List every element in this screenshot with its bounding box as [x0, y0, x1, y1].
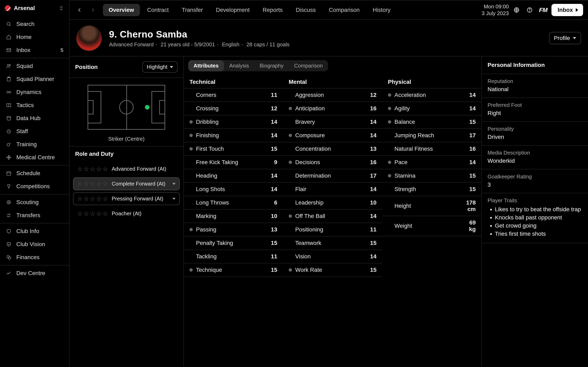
foot-label: Preferred Foot: [488, 102, 582, 108]
sidebar-item-label: Dev Centre: [16, 270, 45, 276]
sidebar-item-squad[interactable]: Squad: [0, 59, 69, 73]
stars-icon: ☆☆☆☆☆: [77, 180, 108, 187]
sidebar-item-training[interactable]: Training: [0, 138, 69, 151]
sidebar-item-schedule[interactable]: Schedule: [0, 167, 69, 180]
role-item[interactable]: ☆☆☆☆☆Complete Forward (At): [73, 177, 180, 190]
sidebar-item-label: Scouting: [16, 199, 39, 206]
pill-attributes[interactable]: Attributes: [188, 60, 224, 71]
attribute-row: First Touch15: [184, 142, 283, 156]
pitch-diagram[interactable]: [87, 85, 165, 130]
tab-transfer[interactable]: Transfer: [176, 4, 208, 16]
sidebar-item-tactics[interactable]: Tactics: [0, 99, 69, 112]
tab-discuss[interactable]: Discuss: [290, 4, 321, 16]
highlight-dropdown[interactable]: Highlight: [142, 61, 178, 73]
attribute-name: Marking: [196, 213, 264, 219]
attribute-name: Penalty Taking: [196, 240, 264, 246]
attribute-value: 15: [363, 267, 376, 273]
attribute-name: Heading: [196, 173, 264, 179]
tab-overview[interactable]: Overview: [103, 4, 140, 16]
attribute-value: 13: [363, 146, 376, 152]
svg-rect-15: [7, 157, 11, 158]
tab-contract[interactable]: Contract: [141, 4, 174, 16]
personality-label: Personality: [488, 126, 582, 132]
svg-rect-16: [7, 172, 11, 175]
reputation-label: Reputation: [488, 78, 582, 84]
sidebar-item-club-vision[interactable]: Club Vision: [0, 238, 69, 251]
attribute-value: 10: [264, 213, 277, 219]
stars-icon: ☆☆☆☆☆: [77, 195, 108, 202]
help-button[interactable]: [524, 5, 535, 15]
sidebar-item-dynamics[interactable]: Dynamics: [0, 86, 69, 99]
attribute-value: 15: [264, 146, 277, 152]
sort-icon[interactable]: [58, 5, 64, 11]
role-label: Advanced Forward (At): [112, 166, 166, 172]
attribute-name: Passing: [196, 226, 264, 233]
trophy-icon: [6, 183, 12, 189]
chevron-down-icon: [573, 37, 576, 39]
attribute-row: Teamwork15: [283, 236, 382, 250]
info-heading: Personal Information: [482, 57, 588, 74]
player-header: 9. Cherno Samba Advanced Forward· 21 yea…: [69, 20, 588, 57]
sidebar-item-medical[interactable]: Medical Centre: [0, 151, 69, 164]
attribute-row: Work Rate15: [283, 263, 382, 277]
brand-row[interactable]: Arsenal: [0, 2, 69, 16]
pill-comparison[interactable]: Comparison: [289, 60, 328, 71]
sidebar-item-home[interactable]: Home: [0, 31, 69, 44]
position-heading: Position: [75, 64, 142, 70]
sidebar-item-club-info[interactable]: Club Info: [0, 225, 69, 238]
profile-dropdown-button[interactable]: Profile: [549, 32, 581, 44]
fm-logo-icon[interactable]: FM: [537, 7, 549, 13]
attribute-name: Concentration: [295, 146, 363, 152]
attribute-row: Passing13: [184, 223, 283, 236]
attribute-value: 15: [463, 173, 476, 179]
role-duty-heading: Role and Duty: [69, 146, 183, 161]
player-nationality: English: [222, 42, 239, 48]
tab-history[interactable]: History: [367, 4, 396, 16]
whistle-icon: [6, 141, 12, 147]
sidebar-item-competitions[interactable]: Competitions: [0, 180, 69, 193]
sidebar-item-staff[interactable]: Staff: [0, 125, 69, 138]
role-item[interactable]: ☆☆☆☆☆Advanced Forward (At): [73, 162, 180, 175]
attribute-row: Corners11: [184, 89, 283, 102]
sidebar-item-dev-centre[interactable]: Dev Centre: [0, 267, 69, 280]
pill-analysis[interactable]: Analysis: [224, 60, 254, 71]
sidebar-item-label: Dynamics: [16, 89, 42, 95]
attribute-name: Jumping Reach: [394, 132, 463, 139]
highlight-dot-icon: [190, 228, 193, 231]
highlight-dot-icon: [190, 147, 193, 150]
svg-point-8: [9, 91, 11, 93]
sidebar-item-search[interactable]: Search: [0, 17, 69, 31]
sidebar-item-inbox[interactable]: Inbox5: [0, 44, 69, 57]
sidebar-item-label: Club Vision: [16, 241, 45, 248]
player-subtitle: Advanced Forward· 21 years old - 5/9/200…: [109, 42, 290, 48]
attribute-name: Teamwork: [295, 240, 363, 246]
world-button[interactable]: [511, 5, 522, 15]
attribute-row: Balance15: [382, 115, 481, 129]
inbox-button[interactable]: Inbox: [552, 4, 583, 16]
pill-biography[interactable]: Biography: [254, 60, 289, 71]
attribute-row: Long Shots14: [184, 183, 283, 196]
attribute-name: Determination: [295, 173, 363, 179]
attributes-panel: Attributes Analysis Biography Comparison…: [184, 57, 482, 367]
main: Overview Contract Transfer Development R…: [69, 0, 588, 367]
role-item[interactable]: ☆☆☆☆☆Pressing Forward (At): [73, 192, 180, 205]
chevron-down-icon: [172, 198, 176, 200]
traits-block: Player Traits Likes to try to beat the o…: [482, 193, 588, 243]
sidebar-item-squad-planner[interactable]: Squad Planner: [0, 73, 69, 86]
sidebar-item-transfers[interactable]: Transfers: [0, 209, 69, 222]
sidebar-item-scouting[interactable]: Scouting: [0, 196, 69, 209]
highlight-dot-icon: [289, 134, 292, 137]
sidebar-item-finances[interactable]: Finances: [0, 251, 69, 264]
attribute-name: Positioning: [295, 226, 363, 233]
sidebar-item-label: Squad: [16, 63, 33, 69]
forward-button[interactable]: [87, 5, 98, 15]
attribute-value: 17: [363, 173, 376, 179]
attribute-name: Vision: [295, 253, 363, 260]
role-item[interactable]: ☆☆☆☆☆Poacher (At): [73, 207, 180, 220]
svg-point-11: [7, 116, 10, 118]
sidebar-item-data-hub[interactable]: Data Hub: [0, 112, 69, 125]
back-button[interactable]: [74, 5, 85, 15]
tab-reports[interactable]: Reports: [257, 4, 288, 16]
tab-development[interactable]: Development: [210, 4, 255, 16]
tab-comparison[interactable]: Comparison: [323, 4, 365, 16]
